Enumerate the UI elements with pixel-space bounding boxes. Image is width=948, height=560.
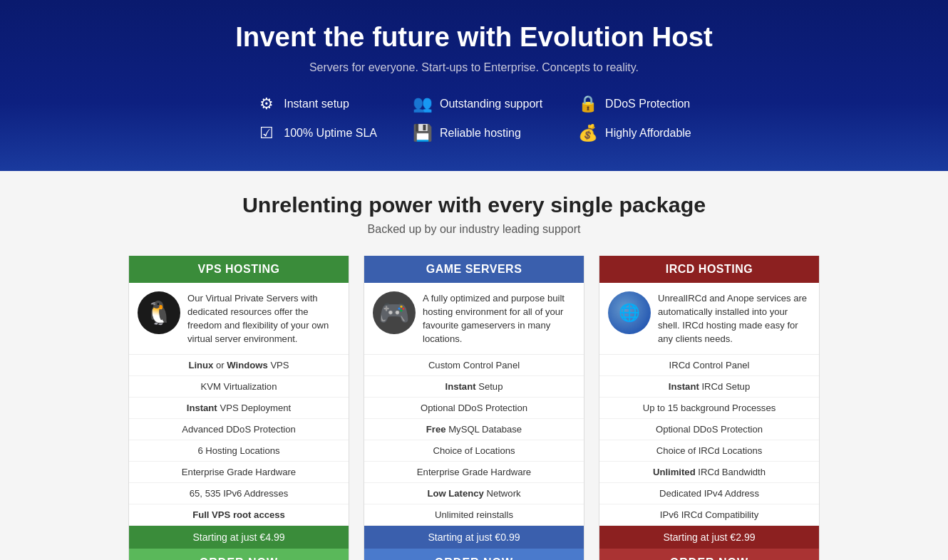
vps-intro: 🐧 Our Virtual Private Servers with dedic… — [129, 283, 349, 355]
ircd-card: IRCD HOSTING 🌐 UnrealIRCd and Anope serv… — [599, 256, 820, 560]
game-card: GAME SERVERS 🎮 A fully optimized and pur… — [364, 256, 584, 560]
feature-label: Reliable hosting — [440, 127, 521, 140]
list-item: Linux or Windows VPS — [129, 355, 349, 376]
game-order-button[interactable]: ORDER NOW — [364, 549, 584, 560]
list-item: IRCd Control Panel — [599, 355, 819, 376]
ircd-description: UnrealIRCd and Anope services are automa… — [658, 291, 810, 346]
vps-features-list: Linux or Windows VPS KVM Virtualization … — [129, 355, 349, 526]
vps-card: VPS HOSTING 🐧 Our Virtual Private Server… — [128, 256, 349, 560]
hero-subtitle: Servers for everyone. Start-ups to Enter… — [14, 61, 934, 74]
list-item: Enterprise Grade Hardware — [129, 462, 349, 483]
list-item: Unlimited reinstalls — [364, 504, 584, 525]
game-description: A fully optimized and purpose built host… — [423, 291, 575, 346]
list-item: Enterprise Grade Hardware — [364, 462, 584, 483]
vps-order-button[interactable]: ORDER NOW — [129, 549, 349, 560]
ircd-price: Starting at just €2.99 — [599, 526, 819, 549]
check-icon: ☑ — [257, 123, 277, 142]
main-subheading: Backed up by our industry leading suppor… — [14, 223, 934, 236]
vps-logo: 🐧 — [138, 291, 180, 334]
main-section: Unrelenting power with every single pack… — [0, 171, 948, 560]
ircd-features-list: IRCd Control Panel Instant IRCd Setup Up… — [599, 355, 819, 526]
server-icon: 💾 — [413, 123, 433, 142]
gear-icon: ⚙ — [257, 94, 277, 113]
feature-uptime: ☑ 100% Uptime SLA — [257, 123, 377, 142]
features-grid: ⚙ Instant setup 👥 Outstanding support 🔒 … — [257, 94, 691, 142]
main-heading: Unrelenting power with every single pack… — [14, 192, 934, 217]
feature-label: Highly Affordable — [605, 127, 691, 140]
list-item: Instant Setup — [364, 376, 584, 398]
game-card-header: GAME SERVERS — [364, 256, 584, 283]
ircd-logo: 🌐 — [608, 291, 651, 334]
vps-price: Starting at just €4.99 — [129, 526, 349, 549]
list-item: Optional DDoS Protection — [364, 398, 584, 419]
list-item: Dedicated IPv4 Address — [599, 483, 819, 504]
list-item: Choice of IRCd Locations — [599, 440, 819, 462]
hero-title: Invent the future with Evolution Host — [14, 21, 934, 53]
list-item: Unlimited IRCd Bandwidth — [599, 462, 819, 483]
vps-card-header: VPS HOSTING — [129, 256, 349, 283]
list-item: Custom Control Panel — [364, 355, 584, 376]
list-item: Full VPS root access — [129, 504, 349, 525]
ircd-intro: 🌐 UnrealIRCd and Anope services are auto… — [599, 283, 819, 355]
list-item: Free MySQL Database — [364, 419, 584, 440]
list-item: Low Latency Network — [364, 483, 584, 504]
list-item: KVM Virtualization — [129, 376, 349, 398]
feature-reliable-hosting: 💾 Reliable hosting — [413, 123, 542, 142]
feature-label: 100% Uptime SLA — [284, 127, 377, 140]
game-logo: 🎮 — [373, 291, 416, 334]
list-item: Optional DDoS Protection — [599, 419, 819, 440]
feature-label: Outstanding support — [440, 98, 542, 110]
list-item: Advanced DDoS Protection — [129, 419, 349, 440]
feature-affordable: 💰 Highly Affordable — [578, 123, 691, 142]
list-item: 6 Hosting Locations — [129, 440, 349, 462]
list-item: Instant VPS Deployment — [129, 398, 349, 419]
ircd-order-button[interactable]: ORDER NOW — [599, 549, 819, 560]
lock-icon: 🔒 — [578, 94, 598, 113]
feature-ddos-protection: 🔒 DDoS Protection — [578, 94, 691, 113]
hero-section: Invent the future with Evolution Host Se… — [0, 0, 948, 171]
list-item: Instant IRCd Setup — [599, 376, 819, 398]
feature-instant-setup: ⚙ Instant setup — [257, 94, 377, 113]
list-item: Choice of Locations — [364, 440, 584, 462]
group-icon: 👥 — [413, 94, 433, 113]
game-features-list: Custom Control Panel Instant Setup Optio… — [364, 355, 584, 526]
money-icon: 💰 — [578, 123, 598, 142]
feature-label: DDoS Protection — [605, 98, 690, 110]
feature-label: Instant setup — [284, 98, 349, 110]
game-intro: 🎮 A fully optimized and purpose built ho… — [364, 283, 584, 355]
list-item: Up to 15 background Processes — [599, 398, 819, 419]
game-price: Starting at just €0.99 — [364, 526, 584, 549]
cards-container: VPS HOSTING 🐧 Our Virtual Private Server… — [14, 256, 934, 560]
ircd-card-header: IRCD HOSTING — [599, 256, 819, 283]
list-item: 65, 535 IPv6 Addresses — [129, 483, 349, 504]
feature-outstanding-support: 👥 Outstanding support — [413, 94, 542, 113]
list-item: IPv6 IRCd Compatibility — [599, 504, 819, 525]
vps-description: Our Virtual Private Servers with dedicat… — [187, 291, 340, 346]
